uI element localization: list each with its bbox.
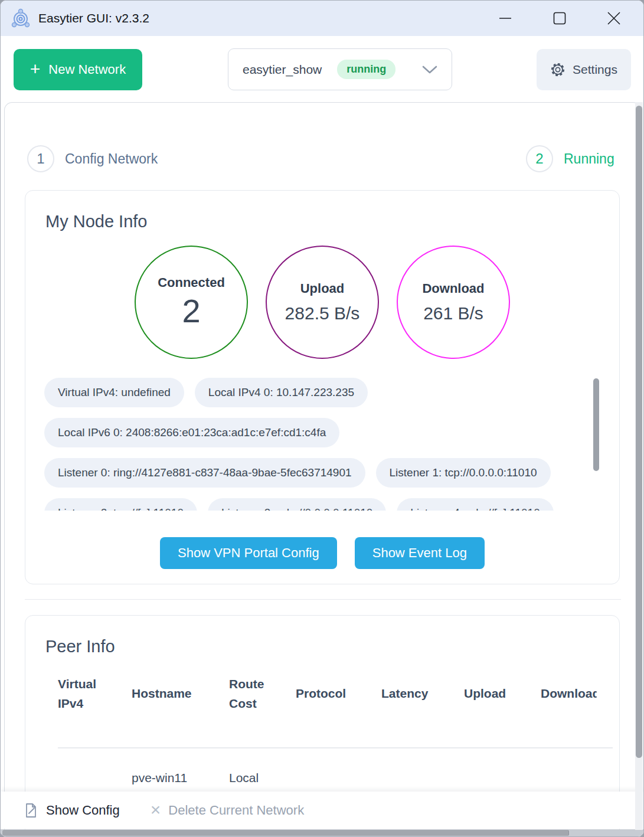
step-2-label: Running	[564, 151, 614, 167]
peer-header-divider	[58, 747, 613, 748]
footer-bar: Show Config × Delete Current Network	[1, 792, 643, 829]
main-content-card: 1 Config Network 2 Running My Node Info …	[4, 102, 641, 837]
new-network-label: New Network	[48, 62, 126, 77]
delete-x-icon: ×	[151, 801, 161, 819]
col-upload: Upload	[464, 684, 541, 704]
step-2-circle: 2	[526, 145, 553, 172]
node-stats-row: Connected 2 Upload 282.5 B/s Download 26…	[25, 246, 619, 359]
close-icon	[607, 11, 621, 25]
col-virtual-ipv4: Virtual IPv4	[58, 675, 111, 713]
settings-label: Settings	[573, 63, 617, 77]
cell-virtual-ipv4	[58, 773, 132, 778]
app-window: Easytier GUI: v2.3.2 +	[0, 0, 644, 837]
gear-icon	[550, 62, 565, 77]
titlebar[interactable]: Easytier GUI: v2.3.2	[1, 1, 643, 36]
show-config-label: Show Config	[46, 803, 120, 818]
tag-listener-2: Listener 2: tcp://[::]:11010	[44, 498, 197, 511]
peer-row: pve-win11 Local	[25, 766, 597, 785]
chevron-down-icon	[422, 65, 437, 74]
stat-connected: Connected 2	[135, 246, 248, 359]
peer-table-header: Virtual IPv4 Hostname Route Cost Protoco…	[25, 675, 597, 713]
cell-route-cost: Local	[229, 766, 296, 785]
stat-download: Download 261 B/s	[397, 246, 510, 359]
delete-network-label: Delete Current Network	[168, 803, 304, 818]
tag-listener-3: Listener 3: udp://0.0.0.0:11010	[208, 498, 386, 511]
tag-listener-0: Listener 0: ring://4127e881-c837-48aa-9b…	[44, 458, 365, 488]
tag-local-ipv6: Local IPv6 0: 2408:8266:e01:23ca:ad1c:e7…	[44, 418, 339, 447]
stat-connected-label: Connected	[158, 275, 225, 290]
network-select[interactable]: easytier_show running	[228, 48, 452, 90]
cell-hostname: pve-win11	[132, 766, 229, 785]
app-logo-icon	[10, 8, 31, 29]
cell-latency	[381, 773, 464, 778]
node-info-title: My Node Info	[45, 212, 147, 231]
show-event-log-button[interactable]: Show Event Log	[355, 537, 485, 569]
vertical-scrollbar[interactable]	[635, 102, 643, 830]
delete-current-network-button[interactable]: × Delete Current Network	[151, 802, 304, 819]
cell-upload	[464, 773, 541, 778]
stat-upload-value: 282.5 B/s	[285, 303, 360, 323]
node-buttons-row: Show VPN Portal Config Show Event Log	[25, 537, 619, 569]
cell-protocol	[296, 773, 381, 778]
peer-info-title: Peer Info	[45, 637, 115, 656]
minimize-icon	[499, 12, 512, 25]
col-protocol: Protocol	[296, 684, 381, 704]
stat-upload: Upload 282.5 B/s	[266, 246, 379, 359]
show-vpn-portal-config-button[interactable]: Show VPN Portal Config	[160, 537, 337, 569]
tags-scrollbar-thumb[interactable]	[593, 378, 599, 471]
tag-listener-1: Listener 1: tcp://0.0.0.0:11010	[376, 458, 551, 488]
col-latency: Latency	[381, 684, 464, 704]
running-status-badge: running	[337, 60, 395, 79]
maximize-button[interactable]	[532, 1, 587, 36]
new-network-button[interactable]: + New Network	[14, 49, 142, 90]
step-config-network: 1 Config Network	[27, 145, 158, 172]
settings-button[interactable]: Settings	[537, 49, 631, 90]
step-1-label: Config Network	[65, 151, 158, 167]
col-route-cost: Route Cost	[229, 675, 273, 713]
step-1-circle: 1	[27, 145, 54, 172]
plus-icon: +	[30, 60, 41, 78]
tag-listener-4: Listener 4: udp://[::]:11010	[397, 498, 553, 511]
stat-download-value: 261 B/s	[423, 303, 483, 323]
stat-connected-value: 2	[182, 292, 200, 330]
stat-download-label: Download	[422, 281, 484, 296]
network-select-value: easytier_show	[243, 63, 322, 77]
tag-virtual-ipv4: Virtual IPv4: undefined	[44, 378, 184, 407]
stat-upload-label: Upload	[300, 281, 345, 296]
col-hostname: Hostname	[132, 684, 229, 704]
cell-download	[541, 773, 597, 778]
node-info-tags[interactable]: Virtual IPv4: undefined Local IPv4 0: 10…	[44, 378, 593, 511]
vertical-scrollbar-thumb[interactable]	[636, 106, 642, 758]
file-edit-icon	[24, 803, 38, 818]
section-divider	[25, 599, 621, 600]
step-running: 2 Running	[526, 145, 614, 172]
tag-local-ipv4: Local IPv4 0: 10.147.223.235	[195, 378, 368, 407]
my-node-info-card: My Node Info Connected 2 Upload 282.5 B/…	[25, 190, 620, 584]
minimize-button[interactable]	[478, 1, 532, 36]
window-title: Easytier GUI: v2.3.2	[38, 11, 149, 25]
horizontal-scrollbar-thumb[interactable]	[2, 830, 569, 836]
close-button[interactable]	[587, 1, 641, 36]
maximize-icon	[553, 12, 566, 25]
show-config-button[interactable]: Show Config	[24, 803, 120, 818]
toolbar: + New Network easytier_show running Sett…	[1, 36, 643, 102]
col-download: Download	[541, 684, 597, 704]
horizontal-scrollbar[interactable]	[1, 829, 643, 836]
window-controls	[478, 1, 641, 36]
